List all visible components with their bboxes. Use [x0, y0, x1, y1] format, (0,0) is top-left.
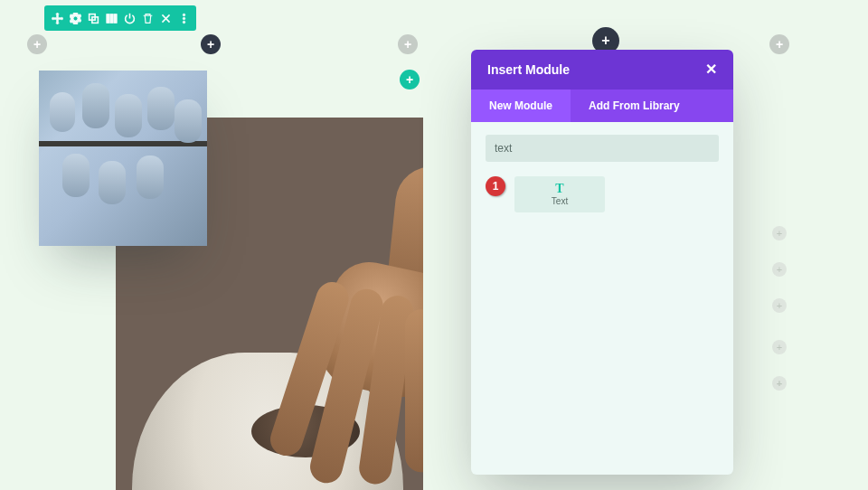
add-row-button[interactable]: +: [201, 34, 221, 54]
text-icon: T: [555, 183, 563, 195]
trash-icon[interactable]: [138, 9, 156, 27]
svg-rect-4: [113, 14, 116, 23]
tab-new-module[interactable]: New Module: [471, 90, 571, 122]
module-search-input[interactable]: [486, 135, 719, 162]
svg-point-6: [183, 17, 184, 19]
add-section-button-right[interactable]: +: [769, 34, 789, 54]
close-modal-icon[interactable]: ✕: [705, 62, 717, 77]
more-icon[interactable]: [175, 9, 193, 27]
svg-rect-3: [109, 14, 112, 23]
duplicate-icon[interactable]: [84, 9, 102, 27]
modal-tabs: New Module Add From Library: [471, 90, 733, 122]
modal-title: Insert Module: [487, 62, 570, 77]
tab-add-from-library[interactable]: Add From Library: [571, 90, 698, 122]
step-badge: 1: [486, 176, 505, 196]
svg-point-7: [183, 21, 184, 23]
side-add-5[interactable]: +: [772, 376, 787, 391]
svg-point-5: [183, 14, 184, 15]
columns-icon[interactable]: [102, 9, 120, 27]
side-add-2[interactable]: +: [772, 262, 787, 277]
element-toolbar: [44, 5, 196, 31]
power-icon[interactable]: [120, 9, 138, 27]
module-text[interactable]: T Text: [514, 176, 605, 212]
side-add-4[interactable]: +: [772, 340, 787, 354]
close-icon[interactable]: [156, 9, 175, 27]
gear-icon[interactable]: [66, 9, 84, 27]
insert-module-modal: Insert Module ✕ New Module Add From Libr…: [471, 50, 733, 475]
add-content-button[interactable]: +: [400, 70, 420, 90]
side-add-3[interactable]: +: [772, 298, 787, 313]
side-add-1[interactable]: +: [772, 226, 787, 240]
add-column-button[interactable]: +: [398, 34, 418, 54]
add-section-button[interactable]: +: [27, 34, 47, 54]
modal-header: Insert Module ✕: [471, 50, 733, 90]
module-label: Text: [552, 196, 568, 206]
svg-rect-2: [106, 14, 108, 23]
cups-image[interactable]: [39, 71, 207, 246]
move-icon[interactable]: [48, 9, 66, 27]
